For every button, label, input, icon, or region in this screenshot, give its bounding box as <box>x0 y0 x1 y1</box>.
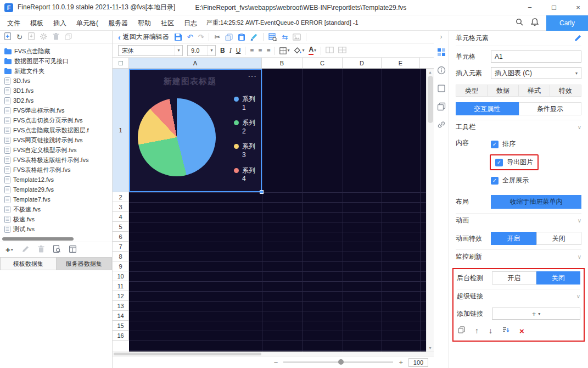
copy-link-icon[interactable] <box>458 326 465 335</box>
row-number[interactable]: 15 <box>113 321 129 331</box>
column-header[interactable]: C <box>303 58 343 68</box>
move-down-icon[interactable]: ↓ <box>489 327 492 334</box>
menu-item[interactable]: 模板 <box>25 15 48 31</box>
row-number[interactable]: 11 <box>113 281 129 291</box>
tree-file[interactable]: Template7.fvs <box>0 194 112 204</box>
tree-file[interactable]: FVS点击隐藏展示数据图层.f <box>0 125 112 135</box>
panel-tab[interactable]: 特效 <box>550 85 581 97</box>
tree-file[interactable]: 不极速.fvs <box>0 204 112 214</box>
widget-square-icon[interactable] <box>437 84 446 94</box>
move-up-icon[interactable]: ↑ <box>475 327 479 334</box>
row-number[interactable]: 10 <box>113 271 129 281</box>
checkbox-icon[interactable]: ✓ <box>491 177 499 185</box>
settings-gear-icon[interactable] <box>40 33 47 42</box>
toggle-off-button[interactable]: 关闭 <box>536 232 582 245</box>
dataset-tab[interactable]: 模板数据集 <box>0 257 57 270</box>
tree-file[interactable]: FVS表格组件示例.fvs <box>0 165 112 175</box>
row-number[interactable]: 4 <box>113 212 129 222</box>
cell-elements-icon[interactable] <box>437 48 446 58</box>
edit-pencil-icon[interactable] <box>574 35 581 42</box>
toggle-on-button[interactable]: 开启 <box>492 271 536 285</box>
menu-item[interactable]: 服务器 <box>103 15 133 31</box>
fill-color-button[interactable]: ▾ <box>294 47 304 54</box>
redo-button[interactable]: ↷ <box>198 34 204 41</box>
row-number[interactable]: 6 <box>113 232 129 242</box>
align-right-icon[interactable]: ≡ <box>266 47 270 54</box>
menu-item[interactable]: 帮助 <box>133 15 156 31</box>
align-left-icon[interactable]: ≡ <box>250 47 254 54</box>
paste-button[interactable] <box>238 33 245 41</box>
zoom-value[interactable]: 100 <box>408 358 428 367</box>
row-number[interactable]: 2 <box>113 192 129 202</box>
tree-file[interactable]: FVS网页链接跳转示例.fvs <box>0 135 112 145</box>
maximize-button[interactable]: □ <box>544 0 564 15</box>
collapse-panel-icon[interactable]: › <box>440 34 443 40</box>
dataset-tab[interactable]: 服务器数据集 <box>57 257 113 270</box>
save-button[interactable] <box>174 33 182 41</box>
delete-link-icon[interactable]: × <box>519 327 524 335</box>
insert-element-select[interactable]: 插入图表 (C) ▾ <box>491 67 581 79</box>
row-number[interactable]: 8 <box>113 252 129 261</box>
delete-icon[interactable] <box>53 33 59 42</box>
checkbox-icon[interactable]: ✓ <box>495 159 503 166</box>
font-size-select[interactable]: 9.0 ▾ <box>187 45 216 56</box>
tree-file[interactable]: Template12.fvs <box>0 175 112 185</box>
add-dataset-button[interactable]: +▾ <box>5 245 13 254</box>
edit-pencil-icon[interactable] <box>22 246 29 254</box>
scroll-up-icon[interactable]: ▲ <box>427 69 434 76</box>
tree-file[interactable]: 3D.fvs <box>0 76 112 86</box>
new-template-icon[interactable] <box>4 32 11 42</box>
copy-icon[interactable] <box>65 33 72 42</box>
horizontal-scrollbar[interactable] <box>113 352 434 356</box>
tree-folder[interactable]: FVS点击隐藏 <box>0 46 112 56</box>
menu-item[interactable]: 插入 <box>48 15 71 31</box>
merge-cells-icon[interactable] <box>326 47 334 55</box>
vertical-scrollbar[interactable]: ▲ ▼ <box>426 69 434 352</box>
cut-button[interactable]: ✂ <box>214 34 220 41</box>
row-number[interactable]: 1 <box>113 69 129 192</box>
panel-tab[interactable]: 数据 <box>488 85 519 97</box>
tree-file[interactable]: 3D2.fvs <box>0 96 112 105</box>
preview-search-icon[interactable] <box>53 245 60 254</box>
select-all-corner[interactable] <box>113 58 129 68</box>
vertical-scroll-thumb[interactable] <box>428 76 433 123</box>
add-link-select[interactable]: + ▾ <box>492 308 580 320</box>
layers-icon[interactable] <box>437 102 446 113</box>
border-button[interactable]: ▾ <box>279 47 289 54</box>
align-center-icon[interactable]: ≡ <box>258 47 262 54</box>
panel-subtab[interactable]: 条件显示 <box>519 102 582 115</box>
tree-scrollbar[interactable] <box>2 237 74 241</box>
menu-item[interactable]: 日志 <box>179 15 202 31</box>
undo-button[interactable]: ↶ <box>187 34 193 41</box>
cell-ref-input[interactable]: A1 <box>491 51 581 63</box>
menu-item[interactable]: 单元格( <box>71 15 103 31</box>
tree-file[interactable]: FVS弹出框示例.fvs <box>0 105 112 115</box>
row-number[interactable]: 14 <box>113 311 129 321</box>
tree-file[interactable]: FVS点击切换分页示例.fvs <box>0 115 112 125</box>
arrows-swap-icon[interactable]: ⇆ <box>282 34 288 41</box>
back-to-dashboard-button[interactable]: ‹ 返回大屏编辑器 <box>118 32 169 42</box>
refresh-icon[interactable]: ↻ <box>16 34 23 41</box>
column-header[interactable]: E <box>382 58 420 68</box>
checkbox-icon[interactable]: ✓ <box>491 141 499 148</box>
tree-folder[interactable]: 数据图层不可见接口 <box>0 56 112 66</box>
column-header[interactable]: D <box>343 58 382 68</box>
info-icon[interactable] <box>437 66 446 76</box>
panel-subtab[interactable]: 交互属性 <box>456 102 519 115</box>
format-painter-button[interactable] <box>250 34 258 41</box>
section-toolbar-header[interactable]: 工具栏 ∨ <box>456 120 581 134</box>
link-icon[interactable] <box>437 120 446 131</box>
underline-button[interactable]: U <box>236 47 241 54</box>
minimize-button[interactable]: − <box>520 0 540 15</box>
italic-button[interactable]: I <box>229 47 232 54</box>
tree-file[interactable]: FVS表格极速版组件示例.fvs <box>0 155 112 165</box>
search-icon[interactable] <box>516 18 523 27</box>
collapse-to-drawer-button[interactable]: 收缩于抽屉菜单内 <box>491 195 581 209</box>
trash-icon[interactable] <box>38 246 44 254</box>
bell-icon[interactable] <box>531 18 539 28</box>
column-header[interactable]: B <box>262 58 303 68</box>
selection-resize-handle[interactable] <box>260 190 264 194</box>
table-search-icon[interactable] <box>268 33 277 41</box>
bold-button[interactable]: B <box>220 47 225 54</box>
zoom-in-button[interactable]: + <box>399 359 403 366</box>
